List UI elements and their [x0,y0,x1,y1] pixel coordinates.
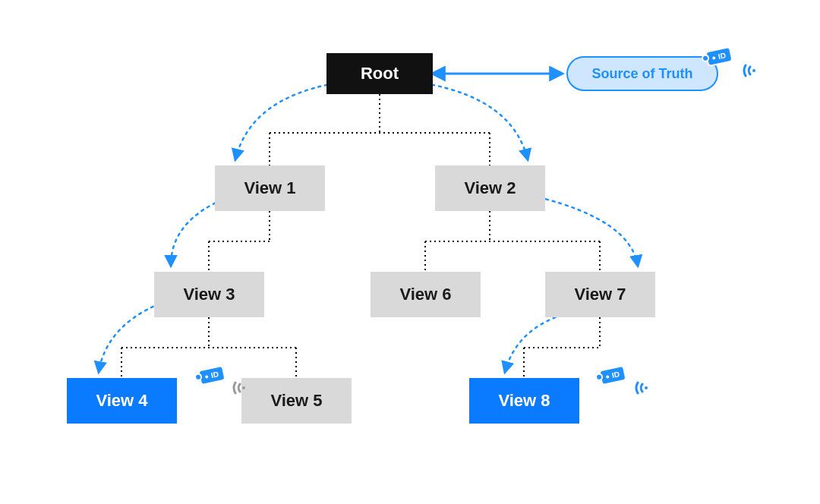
node-view6-label: View 6 [399,285,451,304]
node-view4-label: View 4 [96,391,147,411]
node-view7-label: View 7 [574,285,626,304]
svg-point-2 [645,386,648,389]
id-tag-view4-label: ID [210,370,219,380]
node-root-label: Root [361,64,399,83]
node-view2-label: View 2 [464,178,516,198]
svg-point-0 [752,69,755,72]
tree-connectors [121,94,600,378]
node-view2: View 2 [435,165,545,211]
id-tag-view8-label: ID [611,370,620,380]
source-of-truth-label: Source of Truth [591,66,692,82]
node-view3: View 3 [154,272,264,317]
node-root: Root [326,53,433,94]
dependency-arrows [99,83,638,372]
node-view5-label: View 5 [270,391,322,411]
svg-point-1 [242,386,245,389]
node-view8-label: View 8 [498,391,550,411]
node-view3-label: View 3 [183,285,235,304]
node-view4: View 4 [67,378,177,424]
diagram-stage: Root Source of Truth ID View 1 View 2 Vi… [0,0,820,504]
node-view7: View 7 [545,272,655,317]
node-source-of-truth: Source of Truth [566,56,718,91]
node-view5: View 5 [241,378,352,424]
node-view1: View 1 [215,165,325,211]
node-view6: View 6 [371,272,481,317]
node-view1-label: View 1 [244,178,295,198]
id-tag-source-label: ID [718,51,727,61]
node-view8: View 8 [469,378,579,424]
